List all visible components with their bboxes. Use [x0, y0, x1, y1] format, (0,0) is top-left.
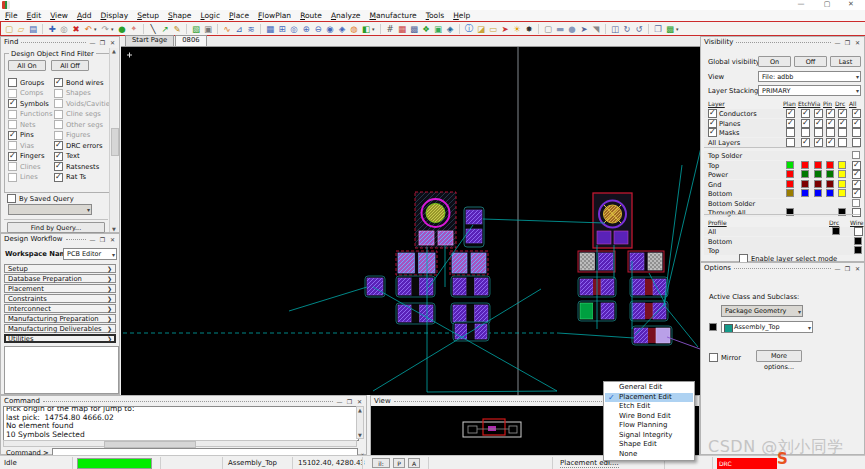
- find-filter-comps[interactable]: Comps: [8, 89, 43, 98]
- panel-close-icon[interactable]: ✕: [854, 264, 861, 273]
- highlight-icon[interactable]: ☀: [511, 23, 523, 35]
- command-vscrollbar[interactable]: ▲ ▼: [356, 406, 364, 439]
- find-filter-clines[interactable]: Clines: [8, 162, 41, 171]
- component-right-module[interactable]: [593, 193, 632, 248]
- shape-rect-icon[interactable]: ▬: [554, 23, 566, 35]
- select-arrow-icon[interactable]: ➤: [578, 23, 590, 35]
- cell-checkbox-plan[interactable]: [786, 128, 795, 137]
- find-filter-fingers[interactable]: Fingers: [8, 152, 44, 161]
- workflow-item-manufacturing-preparation[interactable]: Manufacturing Preparation❯: [4, 314, 116, 323]
- hscroll-thumb[interactable]: [104, 441, 196, 448]
- find-filter-other-segs[interactable]: Other segs: [54, 120, 103, 129]
- grid-toggle-icon[interactable]: #: [384, 23, 396, 35]
- shape-trapezoid-icon[interactable]: ◥: [590, 23, 602, 35]
- pin-icon[interactable]: ⌖: [128, 23, 140, 35]
- menu-flowplan[interactable]: FlowPlan: [258, 10, 291, 21]
- menu-manufacture[interactable]: Manufacture: [369, 10, 416, 21]
- global-on-button[interactable]: On: [758, 56, 791, 67]
- zoom-previous-icon[interactable]: ◉: [324, 23, 336, 35]
- checkbox[interactable]: [54, 89, 63, 98]
- checkbox[interactable]: [8, 162, 17, 171]
- saved-query-select[interactable]: [8, 204, 92, 215]
- menu-setup[interactable]: Setup: [137, 10, 159, 21]
- zoom-world-icon[interactable]: ◈: [336, 23, 348, 35]
- menu-place[interactable]: Place: [229, 10, 249, 21]
- panel-minimize-icon[interactable]: —: [834, 38, 841, 47]
- color-swatch-via[interactable]: [814, 180, 822, 188]
- checkbox[interactable]: [8, 110, 17, 119]
- find-filter-vias[interactable]: Vias: [8, 141, 34, 150]
- auto-route-icon[interactable]: ≋: [245, 23, 257, 35]
- chip-component[interactable]: [632, 326, 672, 345]
- menu-file[interactable]: File: [5, 10, 18, 21]
- dart-icon[interactable]: ➤: [499, 23, 511, 35]
- menu-help[interactable]: Help: [453, 10, 470, 21]
- find-filter-rat-ts[interactable]: Rat Ts: [54, 173, 86, 182]
- menu-logic[interactable]: Logic: [200, 10, 220, 21]
- find-filter-lines[interactable]: Lines: [8, 173, 38, 182]
- scroll-up-icon[interactable]: ▲: [110, 48, 118, 54]
- color-swatch-etch[interactable]: [801, 189, 809, 197]
- menu-item-etch-edit[interactable]: Etch Edit: [605, 402, 693, 412]
- cell-checkbox-etch[interactable]: [801, 138, 810, 147]
- find-filter-symbols[interactable]: Symbols: [8, 99, 49, 108]
- status-button-p[interactable]: P: [393, 458, 405, 468]
- workflow-item-manufacturing-deliverables[interactable]: Manufacturing Deliverables❯: [4, 324, 116, 333]
- cell-checkbox-drc[interactable]: [838, 128, 847, 137]
- waive-drc-icon[interactable]: ✸: [523, 23, 535, 35]
- component-vertical-chip[interactable]: [464, 207, 484, 247]
- profile-wire-swatch[interactable]: [854, 237, 862, 245]
- find-filter-cline-segs[interactable]: Cline segs: [54, 110, 101, 119]
- workflow-item-interconnect[interactable]: Interconnect❯: [4, 304, 116, 313]
- zoom-fit-icon[interactable]: ◎: [288, 23, 300, 35]
- all-on-button[interactable]: All On: [8, 60, 46, 71]
- chip-component[interactable]: [451, 303, 490, 324]
- route-connect-icon[interactable]: ∿: [221, 23, 233, 35]
- panel-minimize-icon[interactable]: —: [89, 38, 96, 47]
- menu-view[interactable]: View: [50, 10, 68, 21]
- color-swatch-etch[interactable]: [801, 170, 809, 178]
- cell-checkbox-drc[interactable]: [838, 119, 847, 128]
- color-swatch-via[interactable]: [814, 161, 822, 169]
- panel-float-icon[interactable]: ❐: [844, 264, 851, 273]
- menu-route[interactable]: Route: [300, 10, 322, 21]
- menu-edit[interactable]: Edit: [27, 10, 42, 21]
- cell-checkbox-plan[interactable]: [786, 138, 795, 147]
- color-swatch-drc[interactable]: [838, 170, 846, 178]
- show-measure-icon[interactable]: ◎: [58, 23, 70, 35]
- world-view-icon[interactable]: ◈: [444, 23, 456, 35]
- find-filter-groups[interactable]: Groups: [8, 78, 44, 87]
- color192-icon[interactable]: ▦: [396, 23, 408, 35]
- profile-drc-swatch[interactable]: [832, 227, 840, 235]
- view-3d-icon[interactable]: ◧: [360, 23, 372, 35]
- delay-tune-icon[interactable]: ⊿: [233, 23, 245, 35]
- waive-icon[interactable]: ◍: [348, 23, 360, 35]
- find-filter-shapes[interactable]: Shapes: [54, 89, 91, 98]
- redraw-icon[interactable]: ▦: [264, 23, 276, 35]
- cell-checkbox-via[interactable]: [814, 119, 823, 128]
- chip-component[interactable]: [396, 303, 435, 324]
- color-swatch-all[interactable]: [852, 151, 860, 159]
- checkbox[interactable]: [54, 78, 63, 87]
- scroll-down-icon[interactable]: ▼: [357, 432, 363, 438]
- menu-item-flow-planning[interactable]: Flow Planning: [605, 421, 693, 431]
- panel-float-icon[interactable]: ❐: [346, 397, 353, 406]
- checkbox[interactable]: [8, 141, 17, 150]
- cell-checkbox-via[interactable]: [814, 138, 823, 147]
- color-swatch-plan[interactable]: [786, 161, 794, 169]
- checkbox[interactable]: [8, 173, 17, 182]
- cell-checkbox-etch[interactable]: [801, 119, 810, 128]
- find-filter-functions[interactable]: Functions: [8, 110, 52, 119]
- panel-float-icon[interactable]: ❐: [99, 235, 106, 244]
- view-select[interactable]: File: adbb: [758, 71, 861, 82]
- color-swatch-plan[interactable]: [786, 170, 794, 178]
- panel-close-icon[interactable]: ✕: [854, 38, 861, 47]
- color-swatch-etch[interactable]: [801, 180, 809, 188]
- layer-color-icon[interactable]: ▣: [432, 23, 444, 35]
- checkbox[interactable]: [8, 152, 17, 161]
- find-filter-ratsnests[interactable]: Ratsnests: [54, 162, 99, 171]
- menu-item-none[interactable]: None: [605, 450, 693, 460]
- zoom-in-icon[interactable]: ⊕: [300, 23, 312, 35]
- menu-item-wire-bond-edit[interactable]: Wire Bond Edit: [605, 412, 693, 422]
- component-left-module[interactable]: [415, 192, 456, 248]
